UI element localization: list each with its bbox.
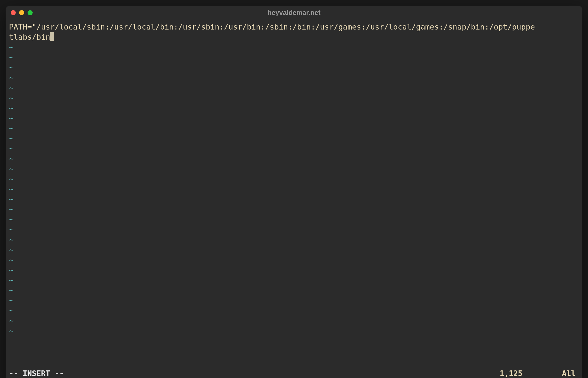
empty-line-tilde: ~ (9, 83, 579, 93)
empty-line-tilde: ~ (9, 265, 579, 275)
empty-line-tilde: ~ (9, 214, 579, 224)
status-bar: -- INSERT -- 1,125 All (9, 367, 579, 378)
empty-line-tilde: ~ (9, 93, 579, 103)
maximize-window-button[interactable] (28, 10, 33, 15)
editor-mode: -- INSERT -- (9, 368, 64, 378)
empty-line-tilde: ~ (9, 113, 579, 123)
empty-line-tilde: ~ (9, 295, 579, 305)
empty-line-tilde: ~ (9, 235, 579, 245)
empty-line-tilde: ~ (9, 245, 579, 255)
empty-line-tilde: ~ (9, 184, 579, 194)
terminal-body[interactable]: PATH="/usr/local/sbin:/usr/local/bin:/us… (6, 20, 582, 378)
empty-line-tilde: ~ (9, 73, 579, 83)
empty-line-tilde: ~ (9, 143, 579, 154)
empty-line-tilde: ~ (9, 52, 579, 62)
empty-line-tilde: ~ (9, 204, 579, 214)
content-text-line2: tlabs/bin (9, 33, 50, 41)
empty-line-tilde: ~ (9, 326, 579, 336)
empty-line-tilde: ~ (9, 133, 579, 143)
titlebar[interactable]: heyvaldemar.net (6, 6, 582, 20)
editor-content-area[interactable]: PATH="/usr/local/sbin:/usr/local/bin:/us… (9, 22, 579, 367)
empty-line-tilde: ~ (9, 275, 579, 285)
empty-line-tilde: ~ (9, 62, 579, 73)
cursor-icon (50, 32, 54, 41)
empty-line-tilde: ~ (9, 285, 579, 295)
empty-line-tilde: ~ (9, 42, 579, 52)
empty-line-tilde: ~ (9, 174, 579, 184)
close-window-button[interactable] (11, 10, 16, 15)
file-content[interactable]: PATH="/usr/local/sbin:/usr/local/bin:/us… (9, 22, 579, 42)
empty-line-tilde: ~ (9, 224, 579, 235)
status-right: 1,125 All (500, 368, 576, 378)
terminal-window: heyvaldemar.net PATH="/usr/local/sbin:/u… (6, 6, 582, 378)
content-text-line1: PATH="/usr/local/sbin:/usr/local/bin:/us… (9, 22, 535, 31)
empty-line-tilde: ~ (9, 194, 579, 204)
empty-line-tilde: ~ (9, 316, 579, 326)
empty-line-tilde: ~ (9, 164, 579, 174)
traffic-lights (11, 10, 33, 15)
empty-line-tilde: ~ (9, 154, 579, 164)
empty-line-tilde: ~ (9, 123, 579, 133)
minimize-window-button[interactable] (19, 10, 24, 15)
scroll-indicator: All (562, 368, 576, 378)
cursor-position: 1,125 (500, 368, 522, 378)
empty-line-tilde: ~ (9, 305, 579, 316)
empty-lines: ~~~~~~~~~~~~~~~~~~~~~~~~~~~~~ (9, 42, 579, 336)
empty-line-tilde: ~ (9, 103, 579, 113)
window-title: heyvaldemar.net (268, 9, 320, 17)
empty-line-tilde: ~ (9, 255, 579, 265)
